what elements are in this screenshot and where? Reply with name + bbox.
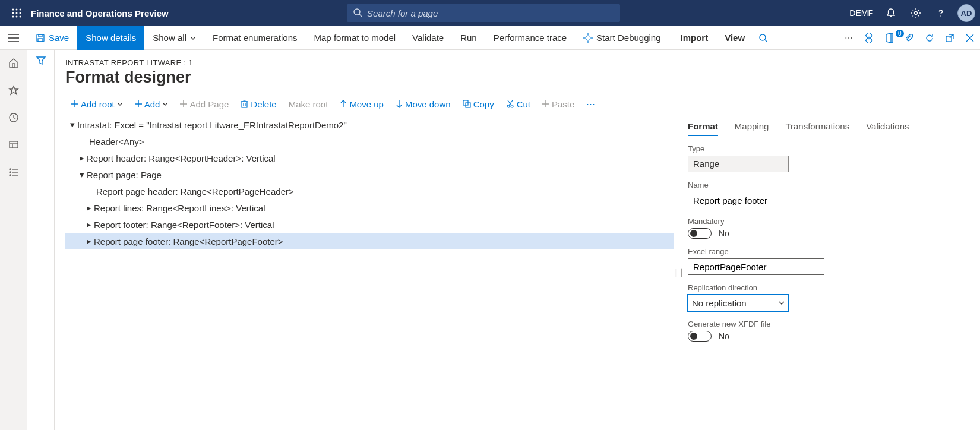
left-rail <box>0 50 27 430</box>
svg-point-1 <box>16 9 18 11</box>
delete-button[interactable]: Delete <box>236 97 281 112</box>
excel-range-label: Excel range <box>688 247 969 256</box>
search-icon <box>353 8 362 17</box>
copy-button[interactable]: Copy <box>458 97 499 112</box>
save-button[interactable]: Save <box>27 26 77 50</box>
add-button[interactable]: Add <box>130 97 173 112</box>
tree-row[interactable]: Header<Any> <box>65 133 674 150</box>
home-icon[interactable] <box>0 55 27 71</box>
help-icon[interactable] <box>930 0 951 26</box>
find-icon[interactable] <box>753 33 773 43</box>
add-root-button[interactable]: Add root <box>67 97 128 112</box>
close-icon[interactable] <box>960 34 980 42</box>
validate-button[interactable]: Validate <box>404 26 452 50</box>
chevron-down-icon <box>117 102 123 106</box>
tab-transformations[interactable]: Transformations <box>785 118 849 136</box>
mandatory-toggle[interactable] <box>688 228 712 239</box>
expand-icon[interactable]: ▸ <box>84 219 94 230</box>
name-label: Name <box>688 181 969 189</box>
move-up-button[interactable]: Move up <box>335 97 388 112</box>
move-down-button[interactable]: Move down <box>391 97 456 112</box>
replication-select[interactable]: No replication <box>688 295 789 311</box>
svg-rect-18 <box>38 39 43 42</box>
show-details-button[interactable]: Show details <box>77 26 144 50</box>
tree-row[interactable]: ▾ Report page: Page <box>65 166 674 183</box>
svg-point-40 <box>10 172 11 173</box>
view-button[interactable]: View <box>716 26 753 50</box>
xfdf-label: Generate new XFDF file <box>688 320 969 328</box>
tree-row[interactable]: ▸ Report header: Range<ReportHeader>: Ve… <box>65 150 674 166</box>
svg-point-38 <box>10 169 11 170</box>
svg-line-25 <box>765 40 767 42</box>
refresh-icon[interactable] <box>919 33 940 43</box>
expand-icon[interactable]: ▸ <box>77 153 87 163</box>
collapse-icon[interactable]: ▾ <box>77 169 87 180</box>
hamburger-icon[interactable] <box>0 26 27 49</box>
tree-row[interactable]: Report page header: Range<ReportPageHead… <box>65 183 674 200</box>
mandatory-value: No <box>719 229 729 238</box>
svg-rect-33 <box>12 64 15 67</box>
debug-icon <box>583 33 593 43</box>
svg-point-8 <box>20 16 21 18</box>
svg-point-59 <box>507 105 510 108</box>
paste-button: Paste <box>538 97 579 112</box>
filter-icon[interactable] <box>36 56 46 430</box>
user-avatar[interactable]: AD <box>957 4 975 22</box>
breadcrumb: INTRASTAT REPORT LITWARE : 1 <box>65 58 969 67</box>
svg-point-5 <box>20 12 21 14</box>
tab-format[interactable]: Format <box>688 118 718 136</box>
chevron-down-icon <box>779 301 785 305</box>
svg-rect-27 <box>865 37 872 43</box>
company-code[interactable]: DEMF <box>846 8 877 18</box>
collapse-icon[interactable]: ▾ <box>68 119 77 130</box>
recent-icon[interactable] <box>0 109 27 126</box>
tree-row[interactable]: ▸ Report lines: Range<ReportLines>: Vert… <box>65 200 674 216</box>
settings-icon[interactable] <box>905 0 927 26</box>
tab-mapping[interactable]: Mapping <box>735 118 769 136</box>
attachments-icon[interactable]: 0 <box>899 33 919 43</box>
workspaces-icon[interactable] <box>0 137 27 153</box>
command-bar: Save Show details Show all Format enumer… <box>0 26 980 50</box>
tree-row-selected[interactable]: ▸ Report page footer: Range<ReportPageFo… <box>65 233 674 249</box>
page-title: Format designer <box>65 68 969 87</box>
xfdf-toggle[interactable] <box>688 331 712 342</box>
diamond-icon[interactable] <box>859 33 879 43</box>
make-root-button: Make root <box>284 97 333 112</box>
svg-point-24 <box>760 34 766 40</box>
tree-toolbar: Add root Add Add Page Delete Make root M… <box>65 96 969 112</box>
splitter-handle[interactable]: ▏▏ <box>678 116 684 430</box>
cut-button[interactable]: Cut <box>501 97 535 112</box>
svg-point-11 <box>914 12 917 15</box>
overflow-icon[interactable]: ⋯ <box>839 33 859 43</box>
performance-trace-button[interactable]: Performance trace <box>485 26 575 50</box>
start-debugging-button[interactable]: Start Debugging <box>575 26 669 50</box>
favorite-icon[interactable] <box>0 82 27 99</box>
filter-column <box>27 50 55 430</box>
run-button[interactable]: Run <box>452 26 485 50</box>
app-title: Finance and Operations Preview <box>31 8 169 18</box>
svg-point-60 <box>511 105 513 108</box>
notifications-icon[interactable] <box>880 0 902 26</box>
more-button[interactable]: ⋯ <box>581 96 600 112</box>
expand-icon[interactable]: ▸ <box>84 203 94 213</box>
format-enumerations-button[interactable]: Format enumerations <box>204 26 306 50</box>
tab-validations[interactable]: Validations <box>866 118 909 136</box>
modules-icon[interactable] <box>0 164 27 181</box>
import-button[interactable]: Import <box>672 26 717 50</box>
name-field[interactable] <box>688 192 824 208</box>
map-format-button[interactable]: Map format to model <box>306 26 404 50</box>
waffle-icon[interactable] <box>5 0 29 26</box>
show-all-button[interactable]: Show all <box>144 26 204 50</box>
tree-row[interactable]: ▸ Report footer: Range<ReportFooter>: Ve… <box>65 216 674 233</box>
chevron-down-icon <box>162 102 168 106</box>
replication-label: Replication direction <box>688 283 969 292</box>
svg-point-19 <box>586 36 590 40</box>
tree-row[interactable]: ▾ Intrastat: Excel = "Intrastat report L… <box>65 116 674 133</box>
add-page-button: Add Page <box>175 97 233 112</box>
popout-icon[interactable] <box>940 33 960 43</box>
xfdf-value: No <box>719 331 729 341</box>
excel-range-field[interactable] <box>688 258 824 275</box>
svg-point-2 <box>20 9 21 11</box>
expand-icon[interactable]: ▸ <box>84 236 94 246</box>
search-input[interactable] <box>347 4 620 22</box>
